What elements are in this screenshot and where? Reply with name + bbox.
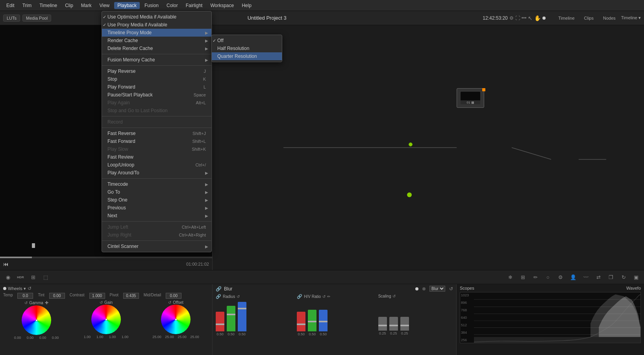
menu-fairlight[interactable]: Fairlight <box>183 2 206 9</box>
menu-fusion[interactable]: Fusion <box>141 2 162 9</box>
pen-icon[interactable]: ✏ <box>531 272 540 282</box>
menu-timeline-proxy[interactable]: Timeline Proxy Mode <box>102 29 211 37</box>
hand-icon[interactable]: ✋ <box>534 15 541 21</box>
grid-icon[interactable]: ⊞ <box>518 272 527 282</box>
export-icon[interactable]: ⬚ <box>41 272 50 282</box>
timecode-bottom: 01:00:21:02 <box>186 262 209 266</box>
blur-type-select[interactable]: Blur <box>429 286 445 292</box>
tab-clips[interactable]: Clips <box>580 15 598 22</box>
layers-icon[interactable]: ⊞ <box>28 272 38 282</box>
menu-mark[interactable]: Mark <box>78 2 95 9</box>
menu-play-forward[interactable]: Play Forward L <box>102 83 211 91</box>
blur-panel: 🔗 Blur Blur ↺ 🔗 Radius ↺ <box>213 284 457 355</box>
menu-fast-review[interactable]: Fast Review <box>102 153 211 161</box>
timeline-dropdown[interactable]: Timeline ▾ <box>621 15 641 20</box>
menu-next[interactable]: Next <box>102 212 211 220</box>
menu-timeline[interactable]: Timeline <box>36 2 60 9</box>
fullscreen-icon[interactable]: ⛶ <box>515 15 520 21</box>
menu-pause-start[interactable]: Pause/Start Playback Space <box>102 91 211 99</box>
monitor-icon[interactable]: ▣ <box>631 272 641 282</box>
luts-button[interactable]: LUTs <box>3 15 20 22</box>
menu-play-around[interactable]: Play Around/To <box>102 169 211 177</box>
gamma-wheel[interactable] <box>22 305 51 335</box>
radius-reset-icon[interactable]: ↺ <box>237 294 240 299</box>
separator-1 <box>102 54 211 54</box>
menu-stop[interactable]: Stop K <box>102 75 211 83</box>
media-pool-button[interactable]: Media Pool <box>22 15 51 22</box>
mid-detail-label: Mid/Detail <box>144 293 161 299</box>
pivot-label: Pivot <box>110 293 118 299</box>
menu-fast-reverse[interactable]: Fast Reverse Shift+J <box>102 129 211 137</box>
copy-icon[interactable]: ❐ <box>606 272 616 282</box>
magic-icon[interactable]: ◉ <box>3 272 13 282</box>
scaling-reset-icon[interactable]: ↺ <box>392 294 396 298</box>
menu-use-optimized[interactable]: ✓ Use Optimized Media if Available <box>102 13 211 21</box>
contrast-input[interactable] <box>89 293 105 299</box>
menu-cintel-scanner[interactable]: Cintel Scanner <box>102 242 211 250</box>
mid-detail-input[interactable] <box>166 293 181 299</box>
temp-input[interactable] <box>17 293 33 299</box>
timecode-settings-icon[interactable]: ⚙ <box>509 15 514 21</box>
tab-timeline[interactable]: Timeline <box>554 15 578 22</box>
proxy-quarter-res[interactable]: Quarter Resolution <box>212 52 282 60</box>
menu-previous[interactable]: Previous <box>102 204 211 212</box>
radius-red-val: 0.50 <box>217 332 224 336</box>
proxy-half-res[interactable]: Half Resolution <box>212 44 282 52</box>
gain-wheel[interactable] <box>91 305 121 334</box>
menu-trim[interactable]: Trim <box>19 2 35 9</box>
refresh-icon[interactable]: ↻ <box>619 272 628 282</box>
gamma-add-icon[interactable]: ✚ <box>45 300 48 305</box>
skip-back-icon[interactable]: ⏮ <box>3 261 9 267</box>
wf-label-256: 256 <box>461 338 473 342</box>
offset-wheel[interactable] <box>161 305 191 334</box>
menu-color[interactable]: Color <box>163 2 181 9</box>
color-wheels-panel: Wheels ▾ ↺ Temp Tint Contrast Pivot Mid/… <box>0 284 213 355</box>
menu-fusion-memory-cache[interactable]: Fusion Memory Cache <box>102 56 211 64</box>
menu-play-slow: Play Slow Shift+K <box>102 145 211 153</box>
cursor-icon[interactable]: ↖ <box>528 15 533 21</box>
snowflake-icon[interactable]: ❄ <box>505 272 515 282</box>
tint-input[interactable] <box>49 293 65 299</box>
menu-help[interactable]: Help <box>239 2 255 9</box>
menu-clip[interactable]: Clip <box>62 2 76 9</box>
menu-workspace[interactable]: Workspace <box>207 2 237 9</box>
wave-icon[interactable]: 〰 <box>581 272 590 282</box>
menu-render-cache[interactable]: Render Cache <box>102 37 211 44</box>
more-options-icon[interactable]: ••• <box>522 15 527 21</box>
flip-icon[interactable]: ⇄ <box>594 272 603 282</box>
circle-icon[interactable]: ○ <box>543 272 553 282</box>
hdr-icon[interactable]: HDR <box>16 272 25 282</box>
grading-area: Wheels ▾ ↺ Temp Tint Contrast Pivot Mid/… <box>0 284 644 355</box>
menu-delete-render-cache[interactable]: Delete Render Cache <box>102 44 211 52</box>
menu-timecode[interactable]: Timecode <box>102 180 211 188</box>
tab-nodes[interactable]: Nodes <box>599 15 620 22</box>
settings-icon[interactable]: ⚙ <box>556 272 565 282</box>
hv-edit-icon[interactable]: ✏ <box>327 294 330 299</box>
gain-reset-icon[interactable]: ↺ <box>100 300 103 305</box>
wheels-reset-icon[interactable]: ↺ <box>28 286 31 291</box>
menu-step-one[interactable]: Step One <box>102 196 211 204</box>
proxy-off[interactable]: ✓ Off <box>212 37 282 44</box>
node-green-dot[interactable] <box>409 142 413 146</box>
wheels-title[interactable]: Wheels ▾ <box>8 286 26 291</box>
blur-reset-icon[interactable]: ↺ <box>449 286 453 292</box>
menu-view[interactable]: View <box>96 2 113 9</box>
gamma-reset-icon[interactable]: ↺ <box>24 301 28 305</box>
menu-loop-unloop[interactable]: Loop/Unloop Ctrl+/ <box>102 161 211 169</box>
menu-use-proxy[interactable]: ✓ Use Proxy Media if Available <box>102 21 211 29</box>
offset-reset-icon[interactable]: ↺ <box>168 300 171 305</box>
menu-edit[interactable]: Edit <box>3 2 18 9</box>
menu-go-to[interactable]: Go To <box>102 188 211 196</box>
menu-playback[interactable]: Playback <box>114 2 140 9</box>
pivot-input[interactable] <box>123 293 139 299</box>
offset-val-2: 25.00 <box>164 335 175 339</box>
person-icon[interactable]: 👤 <box>568 272 578 282</box>
separator-3 <box>102 116 211 116</box>
menu-play-reverse[interactable]: Play Reverse J <box>102 67 211 75</box>
cintel-scanner-label: Cintel Scanner <box>107 244 139 249</box>
hv-reset-icon[interactable]: ↺ <box>322 294 326 299</box>
menu-fast-forward[interactable]: Fast Forward Shift+L <box>102 137 211 145</box>
node-1[interactable]: 01 ▦ <box>457 88 484 108</box>
offset-val-4: 25.00 <box>189 335 200 339</box>
optimized-checkmark: ✓ <box>103 15 106 20</box>
